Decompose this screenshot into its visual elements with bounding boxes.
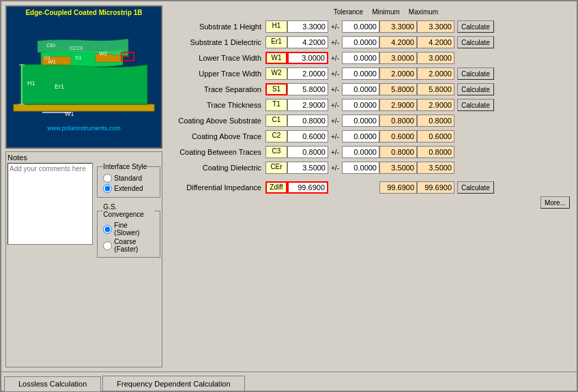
svg-text:C3: C3 (76, 46, 83, 50)
param-max-s1[interactable] (417, 83, 454, 95)
param-value-cer[interactable] (287, 162, 328, 174)
param-max-c3[interactable] (417, 146, 454, 158)
param-min-cer[interactable] (379, 162, 417, 174)
param-row-c1: Coating Above Substrate C1 +/- (167, 113, 573, 128)
impedance-min[interactable] (379, 181, 417, 194)
param-value-er1[interactable] (287, 36, 328, 48)
param-max-t1[interactable] (417, 99, 454, 111)
param-value-w2[interactable] (287, 67, 328, 80)
diagram-svg: H1 Er1 CEr C1 (7, 17, 161, 123)
param-min-s1[interactable] (379, 83, 417, 95)
param-value-c2[interactable] (287, 130, 328, 142)
param-min-c2[interactable] (379, 130, 417, 142)
param-symbol-s1: S1 (265, 83, 287, 95)
param-max-h1[interactable] (417, 20, 454, 33)
param-value-c3[interactable] (287, 146, 328, 158)
param-tol-w1[interactable] (342, 52, 379, 64)
standard-label: Standard (114, 175, 142, 182)
tab-lossless[interactable]: Lossless Calculation (4, 376, 101, 391)
param-tol-er1[interactable] (342, 36, 379, 48)
standard-radio[interactable] (103, 174, 112, 183)
param-max-c1[interactable] (417, 115, 454, 127)
param-value-s1[interactable] (287, 83, 328, 95)
param-label-h1: Substrate 1 Height (167, 22, 265, 31)
param-label-er1: Substrate 1 Dielectric (167, 38, 265, 46)
calc-btn-w2[interactable]: Calculate (457, 67, 494, 80)
svg-rect-0 (14, 104, 154, 111)
extended-radio-row: Extended (103, 184, 154, 193)
calc-btn-s1[interactable]: Calculate (457, 83, 494, 95)
param-min-c1[interactable] (379, 115, 417, 127)
param-value-c1[interactable] (287, 115, 328, 127)
param-row-c2: Coating Above Trace C2 +/- (167, 129, 573, 144)
param-max-w1[interactable] (417, 52, 454, 64)
param-tol-c1[interactable] (342, 115, 379, 127)
tabs-bar: Lossless Calculation Frequency Dependent… (1, 372, 577, 391)
maximum-header: Maximum (405, 8, 442, 16)
param-row-cer: Coating Dielectric CEr +/- (167, 160, 573, 175)
param-min-c3[interactable] (379, 146, 417, 158)
impedance-max[interactable] (417, 181, 454, 194)
param-row-s1: Trace Separation S1 +/- Calculate (167, 82, 573, 97)
param-pm-t1: +/- (328, 102, 342, 109)
param-pm-c3: +/- (328, 149, 342, 156)
impedance-value[interactable] (287, 181, 328, 194)
tab-frequency[interactable]: Frequency Dependent Calculation (102, 376, 244, 391)
notes-textarea[interactable] (8, 163, 93, 245)
param-min-w2[interactable] (379, 67, 417, 80)
param-row-er1: Substrate 1 Dielectric Er1 +/- Calculate (167, 35, 573, 50)
svg-text:W2: W2 (99, 50, 108, 57)
more-button[interactable]: More... (540, 196, 570, 209)
param-max-er1[interactable] (417, 36, 454, 48)
param-tol-t1[interactable] (342, 99, 379, 111)
param-pm-cer: +/- (328, 164, 342, 172)
standard-radio-row: Standard (103, 174, 154, 183)
param-min-w1[interactable] (379, 52, 417, 64)
calc-btn-h1[interactable]: Calculate (457, 20, 494, 33)
param-value-t1[interactable] (287, 99, 328, 111)
param-value-w1[interactable] (287, 52, 328, 64)
minimum-header: Minimum (367, 8, 405, 16)
param-tol-c3[interactable] (342, 146, 379, 158)
param-pm-w2: +/- (328, 70, 342, 78)
coarse-radio[interactable] (103, 241, 112, 250)
calc-btn-t1[interactable]: Calculate (457, 99, 494, 111)
param-symbol-t1: T1 (265, 99, 287, 111)
svg-text:W1: W1 (48, 59, 57, 65)
param-symbol-cer: CEr (265, 162, 287, 174)
extended-label: Extended (114, 185, 143, 192)
param-tol-w2[interactable] (342, 67, 379, 80)
more-row: More... (167, 196, 573, 209)
left-panel: Edge-Coupled Coated Microstrip 1B H1 Er (5, 5, 162, 367)
svg-text:W1: W1 (65, 110, 74, 117)
param-max-c2[interactable] (417, 130, 454, 142)
calc-btn-er1[interactable]: Calculate (457, 36, 494, 48)
impedance-calc-button[interactable]: Calculate (457, 181, 494, 194)
fine-radio[interactable] (103, 225, 112, 234)
header-row: Tolerance Minimum Maximum (167, 5, 573, 18)
impedance-symbol: Zdiff (265, 181, 287, 194)
param-value-h1[interactable] (287, 20, 328, 33)
extended-radio[interactable] (103, 184, 112, 193)
svg-text:C2: C2 (70, 46, 76, 50)
param-tol-s1[interactable] (342, 83, 379, 95)
param-min-h1[interactable] (379, 20, 417, 33)
param-symbol-w2: W2 (265, 67, 287, 80)
param-min-er1[interactable] (379, 36, 417, 48)
main-window: Edge-Coupled Coated Microstrip 1B H1 Er (0, 0, 578, 392)
param-pm-h1: +/- (328, 23, 342, 31)
param-symbol-w1: W1 (265, 52, 287, 64)
notes-label: Notes (8, 153, 160, 162)
params-table: Substrate 1 Height H1 +/- Calculate Subs… (167, 19, 573, 176)
param-tol-cer[interactable] (342, 162, 379, 174)
notes-section: Notes Interface Style Standard (5, 151, 162, 367)
param-tol-c2[interactable] (342, 130, 379, 142)
svg-text:CEr: CEr (46, 42, 56, 48)
param-max-cer[interactable] (417, 162, 454, 174)
fine-radio-row: Fine (Slower) (103, 222, 154, 237)
convergence-title: G.S. Convergence (103, 203, 154, 218)
param-min-t1[interactable] (379, 99, 417, 111)
param-tol-h1[interactable] (342, 20, 379, 33)
param-max-w2[interactable] (417, 67, 454, 80)
interface-title: Interface Style (103, 163, 147, 170)
